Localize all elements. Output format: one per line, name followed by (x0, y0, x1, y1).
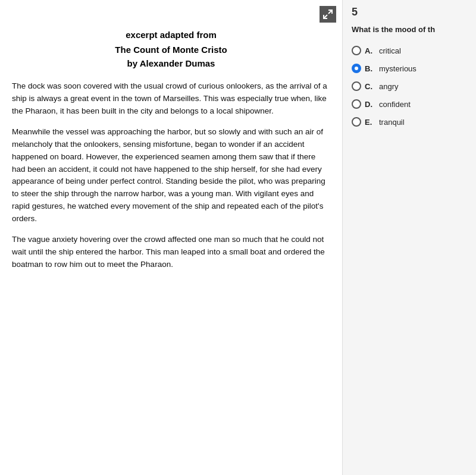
paragraph-1: The dock was soon covered with the usual… (12, 80, 330, 118)
author: by Alexander Dumas (12, 58, 330, 68)
left-panel: excerpt adapted from The Count of Monte … (0, 0, 342, 475)
expand-button[interactable] (320, 6, 336, 23)
option-text: tranquil (379, 118, 405, 127)
excerpt-header: excerpt adapted from The Count of Monte … (12, 30, 330, 68)
answer-options: A.criticalB.mysteriousC.angryD.confident… (352, 46, 467, 127)
answer-option-a[interactable]: A.critical (352, 46, 467, 55)
book-title: The Count of Monte Cristo (12, 45, 330, 55)
answer-option-e[interactable]: E.tranquil (352, 117, 467, 127)
paragraph-2: Meanwhile the vessel was approaching the… (12, 126, 330, 225)
option-text: mysterious (379, 64, 416, 73)
radio-a[interactable] (352, 46, 361, 55)
answer-option-b[interactable]: B.mysterious (352, 64, 467, 73)
option-letter: B. (365, 64, 374, 73)
radio-d[interactable] (352, 99, 361, 109)
option-letter: D. (365, 100, 374, 109)
option-letter: C. (365, 82, 374, 91)
question-number: 5 (352, 6, 467, 18)
option-letter: A. (365, 46, 374, 55)
option-text: critical (379, 46, 401, 55)
radio-c[interactable] (352, 81, 361, 91)
answer-option-c[interactable]: C.angry (352, 81, 467, 91)
passage-text: The dock was soon covered with the usual… (12, 80, 330, 271)
answer-option-d[interactable]: D.confident (352, 99, 467, 109)
option-letter: E. (365, 118, 374, 127)
excerpt-label: excerpt adapted from (12, 30, 330, 40)
paragraph-3: The vague anxiety hovering over the crow… (12, 234, 330, 271)
question-text: What is the mood of th (352, 24, 467, 35)
option-text: angry (379, 82, 399, 91)
radio-b[interactable] (352, 64, 361, 73)
radio-e[interactable] (352, 117, 361, 127)
right-panel: 5 What is the mood of th A.criticalB.mys… (342, 0, 476, 475)
option-text: confident (379, 100, 411, 109)
